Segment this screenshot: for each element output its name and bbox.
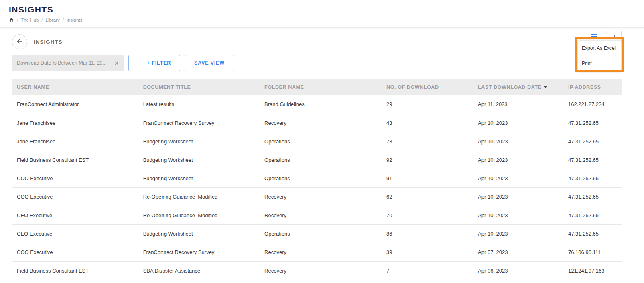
table-cell: COO Executive xyxy=(12,187,138,206)
table-cell: Apr 10, 2023 xyxy=(473,224,563,243)
main-content: INSIGHTS Download Date Is Between Mar 11… xyxy=(0,28,644,280)
menu-item-export-as-excel[interactable]: Export As Excel xyxy=(578,41,621,56)
table-cell: Operations xyxy=(260,132,382,151)
table-cell: Recovery xyxy=(260,187,382,206)
table-cell: Apr 06, 2023 xyxy=(473,261,563,280)
table-cell: 70 xyxy=(382,206,473,224)
table-cell: 7 xyxy=(382,261,473,280)
add-filter-button-label: + FILTER xyxy=(147,60,171,66)
menu-lines-icon xyxy=(591,34,597,39)
breadcrumb-separator: / xyxy=(41,18,43,22)
table-cell: 73 xyxy=(382,132,473,151)
table-cell: Field Business Consultant EST xyxy=(12,261,138,280)
table-cell: Budgeting Worksheet xyxy=(138,224,260,243)
column-header-folder-name[interactable]: FOLDER NAME xyxy=(260,79,382,95)
table-cell: Budgeting Worksheet xyxy=(138,132,260,151)
table-cell: Operations xyxy=(260,169,382,187)
add-filter-button[interactable]: + FILTER xyxy=(128,55,180,71)
column-header-no-of-download[interactable]: NO. OF DOWNLOAD xyxy=(382,79,473,95)
table-header: USER NAME DOCUMENT TITLE FOLDER NAME NO.… xyxy=(12,79,622,95)
back-button[interactable] xyxy=(12,34,27,49)
toolbar-row-title: INSIGHTS xyxy=(12,34,622,49)
section-title: INSIGHTS xyxy=(34,39,63,45)
page: INSIGHTS / The Hub / Library / Insights xyxy=(0,0,644,283)
table-cell: Apr 10, 2023 xyxy=(473,114,563,132)
page-title: INSIGHTS xyxy=(9,5,634,14)
table-cell: CEO Executive xyxy=(12,224,138,243)
table-cell: Operations xyxy=(260,224,382,243)
column-header-document-title[interactable]: DOCUMENT TITLE xyxy=(138,79,260,95)
column-header-label: LAST DOWNLOAD DATE xyxy=(478,84,541,90)
breadcrumb-item-the-hub[interactable]: The Hub xyxy=(21,18,39,22)
table-cell: Budgeting Worksheet xyxy=(138,151,260,169)
table-row: COO ExecutiveBudgeting WorksheetOperatio… xyxy=(12,169,622,187)
table-cell: COO Executive xyxy=(12,169,138,187)
table-cell: Apr 10, 2023 xyxy=(473,132,563,151)
arrow-left-icon xyxy=(16,38,23,46)
table-cell: 121.241.97.163 xyxy=(563,261,622,280)
table-cell: Recovery xyxy=(260,261,382,280)
filter-chip[interactable]: Download Date Is Between Mar 11, 20... ✕ xyxy=(12,55,124,71)
table-body: FranConnect AdministratorLatest resultsB… xyxy=(12,95,622,280)
breadcrumb-item-library[interactable]: Library xyxy=(46,18,60,22)
breadcrumb: / The Hub / Library / Insights xyxy=(9,17,634,23)
table-cell: Re-Opening Guidance_Modified xyxy=(138,206,260,224)
app-header: INSIGHTS / The Hub / Library / Insights xyxy=(0,0,644,28)
table-cell: FranConnect Recovery Survey xyxy=(138,243,260,261)
table-row: Jane FranchiseeBudgeting WorksheetOperat… xyxy=(12,132,622,151)
column-header-last-download-date[interactable]: LAST DOWNLOAD DATE xyxy=(473,79,563,95)
table-cell: Apr 10, 2023 xyxy=(473,169,563,187)
table-row: Field Business Consultant ESTSBA Disaste… xyxy=(12,261,622,280)
table-cell: 39 xyxy=(382,243,473,261)
table-row: COO ExecutiveRe-Opening Guidance_Modifie… xyxy=(12,187,622,206)
table-row: COO ExecutiveFranConnect Recovery Survey… xyxy=(12,243,622,261)
save-view-button[interactable]: SAVE VIEW xyxy=(185,55,234,71)
table-cell: 29 xyxy=(382,95,473,114)
table-cell: COO Executive xyxy=(12,243,138,261)
table-cell: Latest results xyxy=(138,95,260,114)
table-cell: 162.221.27.234 xyxy=(563,95,622,114)
table-row: CEO ExecutiveBudgeting WorksheetOperatio… xyxy=(12,224,622,243)
table-cell: 47.31.252.65 xyxy=(563,187,622,206)
table-cell: 47.31.252.65 xyxy=(563,169,622,187)
column-header-label: USER NAME xyxy=(17,84,49,90)
table-cell: 43 xyxy=(382,114,473,132)
downloads-report-table: USER NAME DOCUMENT TITLE FOLDER NAME NO.… xyxy=(12,79,622,280)
column-header-label: DOCUMENT TITLE xyxy=(143,84,191,90)
table-cell: Jane Franchisee xyxy=(12,132,138,151)
table-cell: 47.31.252.65 xyxy=(563,114,622,132)
table-cell: Field Business Consultant EST xyxy=(12,151,138,169)
close-icon[interactable]: ✕ xyxy=(114,60,119,66)
breadcrumb-separator: / xyxy=(63,18,64,22)
table-cell: 76.106.90.111 xyxy=(563,243,622,261)
table-row: Field Business Consultant ESTBudgeting W… xyxy=(12,151,622,169)
column-header-user-name[interactable]: USER NAME xyxy=(12,79,138,95)
table-cell: 47.31.252.65 xyxy=(563,224,622,243)
table-cell: SBA Disaster Assistance xyxy=(138,261,260,280)
table-cell: 92 xyxy=(382,151,473,169)
table-cell: Apr 07, 2023 xyxy=(473,243,563,261)
table-cell: Jane Franchisee xyxy=(12,114,138,132)
filter-chip-label: Download Date Is Between Mar 11, 20... xyxy=(17,60,107,66)
breadcrumb-separator: / xyxy=(17,18,18,22)
export-dropdown-menu: Export As Excel Print xyxy=(578,41,621,71)
table-cell: CEO Executive xyxy=(12,206,138,224)
table-cell: Recovery xyxy=(260,206,382,224)
column-header-ip-address[interactable]: IP ADDRESS xyxy=(563,79,622,95)
home-icon[interactable] xyxy=(9,17,14,22)
column-header-label: FOLDER NAME xyxy=(264,84,304,90)
menu-item-print[interactable]: Print xyxy=(578,56,621,71)
table-cell: FranConnect Recovery Survey xyxy=(138,114,260,132)
table-cell: Re-Opening Guidance_Modified xyxy=(138,187,260,206)
sort-desc-icon xyxy=(544,86,547,88)
table-cell: Apr 10, 2023 xyxy=(473,151,563,169)
table-cell: Recovery xyxy=(260,114,382,132)
table-cell: 47.31.252.65 xyxy=(563,206,622,224)
table-cell: Apr 10, 2023 xyxy=(473,187,563,206)
plus-icon: + xyxy=(612,33,616,41)
table-row: Jane FranchiseeFranConnect Recovery Surv… xyxy=(12,114,622,132)
toolbar-row-filters: Download Date Is Between Mar 11, 20... ✕… xyxy=(12,55,622,71)
table-cell: Apr 10, 2023 xyxy=(473,206,563,224)
table-cell: 62 xyxy=(382,187,473,206)
table-cell: Budgeting Worksheet xyxy=(138,169,260,187)
